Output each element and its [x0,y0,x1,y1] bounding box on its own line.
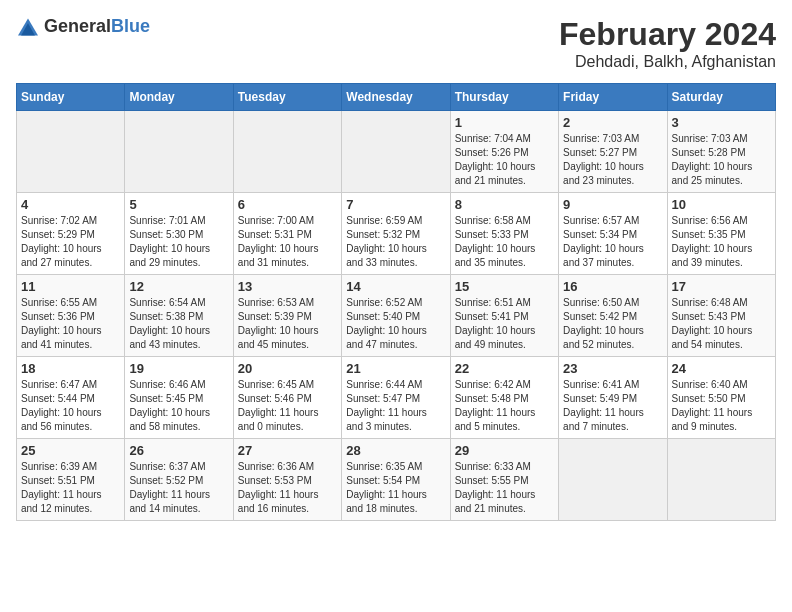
calendar-cell: 25Sunrise: 6:39 AM Sunset: 5:51 PM Dayli… [17,439,125,521]
calendar-cell: 9Sunrise: 6:57 AM Sunset: 5:34 PM Daylig… [559,193,667,275]
day-number: 12 [129,279,228,294]
calendar-cell: 24Sunrise: 6:40 AM Sunset: 5:50 PM Dayli… [667,357,775,439]
day-number: 29 [455,443,554,458]
logo-icon [16,17,40,37]
day-info: Sunrise: 6:52 AM Sunset: 5:40 PM Dayligh… [346,296,445,352]
day-info: Sunrise: 6:41 AM Sunset: 5:49 PM Dayligh… [563,378,662,434]
day-number: 19 [129,361,228,376]
day-header-saturday: Saturday [667,84,775,111]
day-info: Sunrise: 6:35 AM Sunset: 5:54 PM Dayligh… [346,460,445,516]
calendar-cell: 26Sunrise: 6:37 AM Sunset: 5:52 PM Dayli… [125,439,233,521]
day-info: Sunrise: 6:47 AM Sunset: 5:44 PM Dayligh… [21,378,120,434]
day-info: Sunrise: 7:03 AM Sunset: 5:28 PM Dayligh… [672,132,771,188]
day-number: 2 [563,115,662,130]
day-number: 13 [238,279,337,294]
day-info: Sunrise: 6:57 AM Sunset: 5:34 PM Dayligh… [563,214,662,270]
logo-text-blue: Blue [111,16,150,36]
title-area: February 2024 Dehdadi, Balkh, Afghanista… [559,16,776,71]
day-info: Sunrise: 6:42 AM Sunset: 5:48 PM Dayligh… [455,378,554,434]
calendar-cell: 21Sunrise: 6:44 AM Sunset: 5:47 PM Dayli… [342,357,450,439]
day-number: 6 [238,197,337,212]
day-info: Sunrise: 6:50 AM Sunset: 5:42 PM Dayligh… [563,296,662,352]
calendar-cell [17,111,125,193]
day-info: Sunrise: 6:54 AM Sunset: 5:38 PM Dayligh… [129,296,228,352]
calendar-cell: 3Sunrise: 7:03 AM Sunset: 5:28 PM Daylig… [667,111,775,193]
calendar-cell [559,439,667,521]
day-number: 16 [563,279,662,294]
calendar-cell [125,111,233,193]
day-number: 7 [346,197,445,212]
calendar-cell: 27Sunrise: 6:36 AM Sunset: 5:53 PM Dayli… [233,439,341,521]
day-info: Sunrise: 7:04 AM Sunset: 5:26 PM Dayligh… [455,132,554,188]
calendar-cell: 12Sunrise: 6:54 AM Sunset: 5:38 PM Dayli… [125,275,233,357]
day-header-sunday: Sunday [17,84,125,111]
week-row-1: 4Sunrise: 7:02 AM Sunset: 5:29 PM Daylig… [17,193,776,275]
calendar-cell: 28Sunrise: 6:35 AM Sunset: 5:54 PM Dayli… [342,439,450,521]
calendar-cell: 29Sunrise: 6:33 AM Sunset: 5:55 PM Dayli… [450,439,558,521]
day-number: 3 [672,115,771,130]
calendar-cell: 20Sunrise: 6:45 AM Sunset: 5:46 PM Dayli… [233,357,341,439]
day-info: Sunrise: 6:45 AM Sunset: 5:46 PM Dayligh… [238,378,337,434]
calendar-cell: 18Sunrise: 6:47 AM Sunset: 5:44 PM Dayli… [17,357,125,439]
day-info: Sunrise: 6:46 AM Sunset: 5:45 PM Dayligh… [129,378,228,434]
day-header-tuesday: Tuesday [233,84,341,111]
day-number: 14 [346,279,445,294]
week-row-4: 25Sunrise: 6:39 AM Sunset: 5:51 PM Dayli… [17,439,776,521]
header: GeneralBlue February 2024 Dehdadi, Balkh… [16,16,776,71]
calendar-cell: 15Sunrise: 6:51 AM Sunset: 5:41 PM Dayli… [450,275,558,357]
calendar-cell: 2Sunrise: 7:03 AM Sunset: 5:27 PM Daylig… [559,111,667,193]
calendar-cell [342,111,450,193]
day-info: Sunrise: 6:37 AM Sunset: 5:52 PM Dayligh… [129,460,228,516]
day-number: 21 [346,361,445,376]
day-number: 8 [455,197,554,212]
calendar-cell: 8Sunrise: 6:58 AM Sunset: 5:33 PM Daylig… [450,193,558,275]
main-title: February 2024 [559,16,776,53]
day-number: 10 [672,197,771,212]
day-info: Sunrise: 6:33 AM Sunset: 5:55 PM Dayligh… [455,460,554,516]
day-info: Sunrise: 6:53 AM Sunset: 5:39 PM Dayligh… [238,296,337,352]
day-number: 28 [346,443,445,458]
day-number: 27 [238,443,337,458]
day-number: 4 [21,197,120,212]
day-info: Sunrise: 7:03 AM Sunset: 5:27 PM Dayligh… [563,132,662,188]
calendar-cell: 10Sunrise: 6:56 AM Sunset: 5:35 PM Dayli… [667,193,775,275]
day-info: Sunrise: 6:55 AM Sunset: 5:36 PM Dayligh… [21,296,120,352]
day-number: 25 [21,443,120,458]
calendar-cell: 13Sunrise: 6:53 AM Sunset: 5:39 PM Dayli… [233,275,341,357]
calendar-cell: 17Sunrise: 6:48 AM Sunset: 5:43 PM Dayli… [667,275,775,357]
day-number: 26 [129,443,228,458]
day-info: Sunrise: 6:40 AM Sunset: 5:50 PM Dayligh… [672,378,771,434]
day-number: 22 [455,361,554,376]
logo: GeneralBlue [16,16,150,37]
day-number: 23 [563,361,662,376]
day-number: 18 [21,361,120,376]
calendar-table: SundayMondayTuesdayWednesdayThursdayFrid… [16,83,776,521]
calendar-cell: 14Sunrise: 6:52 AM Sunset: 5:40 PM Dayli… [342,275,450,357]
day-info: Sunrise: 6:39 AM Sunset: 5:51 PM Dayligh… [21,460,120,516]
week-row-0: 1Sunrise: 7:04 AM Sunset: 5:26 PM Daylig… [17,111,776,193]
calendar-cell: 4Sunrise: 7:02 AM Sunset: 5:29 PM Daylig… [17,193,125,275]
day-info: Sunrise: 7:02 AM Sunset: 5:29 PM Dayligh… [21,214,120,270]
day-info: Sunrise: 6:51 AM Sunset: 5:41 PM Dayligh… [455,296,554,352]
day-info: Sunrise: 6:59 AM Sunset: 5:32 PM Dayligh… [346,214,445,270]
day-info: Sunrise: 6:56 AM Sunset: 5:35 PM Dayligh… [672,214,771,270]
calendar-cell: 23Sunrise: 6:41 AM Sunset: 5:49 PM Dayli… [559,357,667,439]
day-number: 9 [563,197,662,212]
calendar-cell: 5Sunrise: 7:01 AM Sunset: 5:30 PM Daylig… [125,193,233,275]
calendar-cell: 22Sunrise: 6:42 AM Sunset: 5:48 PM Dayli… [450,357,558,439]
week-row-2: 11Sunrise: 6:55 AM Sunset: 5:36 PM Dayli… [17,275,776,357]
day-header-monday: Monday [125,84,233,111]
day-info: Sunrise: 6:36 AM Sunset: 5:53 PM Dayligh… [238,460,337,516]
day-header-thursday: Thursday [450,84,558,111]
day-number: 24 [672,361,771,376]
day-number: 5 [129,197,228,212]
header-row: SundayMondayTuesdayWednesdayThursdayFrid… [17,84,776,111]
calendar-cell: 1Sunrise: 7:04 AM Sunset: 5:26 PM Daylig… [450,111,558,193]
day-info: Sunrise: 7:01 AM Sunset: 5:30 PM Dayligh… [129,214,228,270]
day-header-wednesday: Wednesday [342,84,450,111]
calendar-cell: 16Sunrise: 6:50 AM Sunset: 5:42 PM Dayli… [559,275,667,357]
day-number: 11 [21,279,120,294]
day-info: Sunrise: 6:44 AM Sunset: 5:47 PM Dayligh… [346,378,445,434]
calendar-cell: 7Sunrise: 6:59 AM Sunset: 5:32 PM Daylig… [342,193,450,275]
day-number: 20 [238,361,337,376]
